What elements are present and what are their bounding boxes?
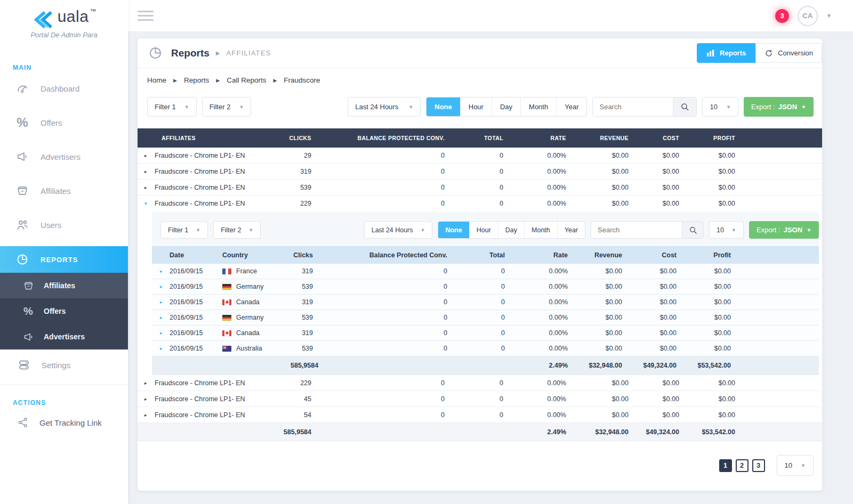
expand-caret-icon[interactable]: ▸	[160, 346, 165, 351]
caret-down-icon: ▼	[801, 463, 806, 468]
hamburger-menu-icon[interactable]	[138, 8, 154, 23]
expand-caret-icon[interactable]: ▸	[160, 269, 165, 274]
submenu-item-affiliates[interactable]: Affiliates	[0, 273, 128, 298]
brand-logo[interactable]: uala ™ Portal De Admin Para	[0, 0, 128, 53]
page-button-3[interactable]: 3	[752, 459, 765, 472]
notification-badge[interactable]: 3	[775, 9, 789, 23]
table-row[interactable]: ▸Fraudscore - Chrome LP1- EN 450 00.00% …	[138, 391, 822, 407]
sidebar-item-offers[interactable]: % Offers	[0, 105, 128, 140]
segment-month[interactable]: Month	[524, 222, 557, 238]
expand-caret-icon[interactable]: ▸	[144, 380, 150, 386]
col-country: Country	[211, 251, 291, 259]
segment-none[interactable]: None	[438, 222, 469, 238]
reports-toggle-label: Reports	[720, 49, 746, 57]
sidebar-item-settings[interactable]: Settings	[0, 349, 128, 380]
period-dropdown[interactable]: Last 24 Hours ▼	[348, 97, 421, 117]
affiliate-name: Fraudscore - Chrome LP1- EN	[155, 168, 245, 175]
expand-caret-icon[interactable]: ▸	[160, 284, 165, 289]
expand-caret-icon[interactable]: ▸	[144, 169, 150, 174]
sidebar-item-get-tracking-link[interactable]: Get Tracking Link	[0, 407, 128, 438]
time-granularity-segmented-control: None Hour Day Month Year	[426, 97, 587, 117]
table-row[interactable]: ▸Fraudscore - Chrome LP1- EN 3190 00.00%…	[138, 164, 822, 180]
page-size-dropdown[interactable]: 10 ▼	[702, 97, 738, 117]
table-row[interactable]: ▸Fraudscore - Chrome LP1- EN 290 00.00% …	[138, 148, 822, 164]
page-button-2[interactable]: 2	[736, 459, 749, 472]
search-input[interactable]	[591, 222, 682, 238]
segment-month[interactable]: Month	[520, 97, 556, 116]
reports-toggle-button[interactable]: Reports	[697, 43, 755, 63]
caret-down-icon[interactable]: ▼	[826, 13, 832, 19]
detail-row[interactable]: ▸2016/09/15 Canada 3190 00.00% $0.00$0.0…	[152, 295, 819, 310]
table-row[interactable]: ▸Fraudscore - Chrome LP1- EN 5390 00.00%…	[138, 180, 822, 196]
page-size-value: 10	[710, 103, 717, 111]
footer-rate: 2.49%	[508, 428, 570, 436]
segment-day[interactable]: Day	[498, 222, 524, 238]
expand-caret-icon[interactable]: ▸	[160, 330, 165, 336]
detail-row[interactable]: ▸2016/09/15 France 3190 00.00% $0.00$0.0…	[152, 264, 819, 279]
table-footer-totals: 585,9584 2.49% $32,948.00 $49,324.00 $53…	[138, 423, 822, 441]
col-affiliates: AFFILIATES	[138, 135, 260, 141]
sidebar-item-affiliates[interactable]: Affiliates	[0, 174, 128, 208]
table-row-expanded[interactable]: ▾Fraudscore - Chrome LP1- EN 2290 00.00%…	[138, 196, 822, 212]
table-row[interactable]: ▸Fraudscore - Chrome LP1- EN 540 00.00% …	[138, 407, 822, 423]
col-clicks: Clicks	[291, 251, 317, 259]
breadcrumb-reports[interactable]: Reports	[184, 76, 209, 84]
expand-caret-icon[interactable]: ▸	[144, 153, 150, 158]
footer-profit: $53,542.00	[683, 428, 739, 436]
filter1-dropdown[interactable]: Filter 1 ▼	[147, 97, 197, 117]
submenu-item-offers[interactable]: % Offers	[0, 298, 128, 324]
basket-icon	[15, 184, 29, 197]
filter2-dropdown[interactable]: Filter 2 ▼	[213, 221, 261, 239]
sidebar-item-reports-active[interactable]: REPORTS	[0, 246, 128, 273]
detail-row[interactable]: ▸2016/09/15 Australia 5390 00.00% $0.00$…	[152, 341, 819, 356]
expand-caret-icon[interactable]: ▸	[144, 412, 150, 418]
segment-year[interactable]: Year	[556, 97, 586, 116]
segment-none[interactable]: None	[426, 97, 460, 116]
breadcrumb-fraudscore[interactable]: Fraudscore	[284, 76, 320, 84]
export-json-button[interactable]: Export : JSON ▼	[749, 221, 819, 239]
avatar[interactable]: CA	[798, 6, 818, 26]
country-name: Canada	[236, 329, 260, 337]
segment-day[interactable]: Day	[492, 97, 520, 116]
brand-name: uala	[58, 7, 89, 26]
expand-caret-icon[interactable]: ▸	[160, 315, 165, 320]
caret-down-icon: ▼	[726, 104, 731, 110]
search-icon[interactable]	[673, 97, 696, 116]
sidebar-item-label: REPORTS	[41, 256, 78, 264]
page-button-1[interactable]: 1	[719, 459, 732, 472]
export-json-button[interactable]: Export : JSON ▼	[744, 97, 814, 117]
submenu-item-advertisers[interactable]: Advertisers	[0, 324, 128, 349]
segment-hour[interactable]: Hour	[460, 97, 492, 116]
expand-caret-icon[interactable]: ▸	[160, 299, 165, 305]
detail-row[interactable]: ▸2016/09/15 Germany 5390 00.00% $0.00$0.…	[152, 310, 819, 326]
submenu-item-label: Advertisers	[44, 332, 85, 341]
segment-hour[interactable]: Hour	[469, 222, 498, 238]
page-size-dropdown[interactable]: 10 ▼	[709, 221, 744, 239]
expand-caret-icon[interactable]: ▸	[144, 185, 150, 190]
filter1-dropdown[interactable]: Filter 1 ▼	[160, 221, 208, 239]
segment-year[interactable]: Year	[557, 222, 585, 238]
sidebar-item-users[interactable]: Users	[0, 208, 128, 242]
col-cost: Cost	[626, 251, 681, 259]
breadcrumb-home[interactable]: Home	[147, 76, 166, 84]
submenu-item-label: Affiliates	[44, 281, 75, 290]
sidebar-item-advertisers[interactable]: Advertisers	[0, 140, 128, 174]
collapse-caret-icon[interactable]: ▾	[144, 201, 150, 206]
page-title: Reports	[171, 47, 210, 59]
page-size-dropdown[interactable]: 10 ▼	[777, 455, 814, 476]
table-row[interactable]: ▸Fraudscore - Chrome LP1- EN 2290 00.00%…	[138, 375, 822, 391]
search-icon[interactable]	[682, 222, 703, 238]
expand-caret-icon[interactable]: ▸	[144, 396, 150, 402]
col-total: TOTAL	[449, 135, 508, 141]
conversion-toggle-button[interactable]: Conversion	[755, 43, 822, 63]
caret-down-icon: ▼	[239, 104, 244, 110]
period-dropdown[interactable]: Last 24 Hours ▼	[364, 221, 433, 239]
conversion-toggle-label: Conversion	[778, 49, 813, 57]
filter2-dropdown[interactable]: Filter 2 ▼	[202, 97, 252, 117]
search-input[interactable]	[593, 97, 673, 116]
affiliate-name: Fraudscore - Chrome LP1- EN	[155, 152, 245, 159]
sidebar-item-dashboard[interactable]: Dashboard	[0, 71, 128, 105]
detail-row[interactable]: ▸2016/09/15 Canada 3190 00.00% $0.00$0.0…	[152, 326, 819, 341]
breadcrumb-call-reports[interactable]: Call Reports	[227, 76, 266, 84]
detail-row[interactable]: ▸2016/09/15 Germany 5390 00.00% $0.00$0.…	[152, 279, 819, 295]
